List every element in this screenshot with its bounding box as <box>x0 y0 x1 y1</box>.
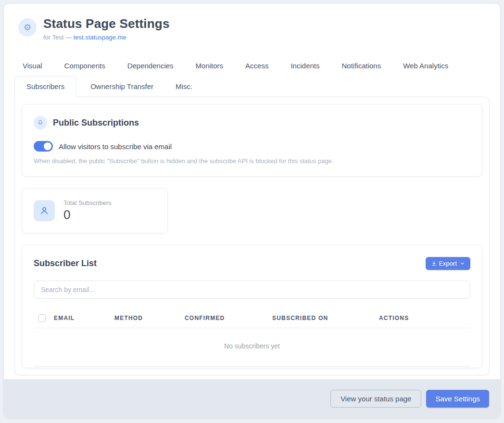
bell-icon <box>34 116 47 129</box>
select-all-cell <box>34 314 54 322</box>
subscriber-list-card: Subscriber List Export <box>22 245 482 368</box>
subscriber-list-header: Subscriber List Export <box>34 257 470 270</box>
tab-ownership-transfer[interactable]: Ownership Transfer <box>82 76 162 97</box>
status-page-settings-window: ⚙ Status Page Settings for Test — test.s… <box>4 4 500 418</box>
subtitle-prefix: for Test — <box>43 34 74 41</box>
person-icon <box>34 200 55 221</box>
tab-visual[interactable]: Visual <box>14 55 50 76</box>
export-button[interactable]: Export <box>426 257 470 270</box>
header-text: Status Page Settings for Test — test.sta… <box>43 16 170 41</box>
subscriber-list-title: Subscriber List <box>34 258 97 269</box>
stat-value: 0 <box>63 207 112 222</box>
search-input[interactable] <box>34 281 470 299</box>
status-page-link[interactable]: test.statuspage.me <box>74 34 126 41</box>
allow-subscribe-toggle[interactable] <box>34 141 53 152</box>
gear-icon: ⚙ <box>18 18 37 37</box>
tab-row-1: Visual Components Dependencies Monitors … <box>14 55 490 76</box>
tab-incidents[interactable]: Incidents <box>282 55 328 76</box>
stat-label: Total Subscribers <box>63 199 112 206</box>
table-header-row: EMAIL METHOD CONFIRMED SUBSCRIBED ON ACT… <box>34 309 470 328</box>
subscribe-toggle-row: Allow visitors to subscribe via email <box>34 141 470 152</box>
main-content: ⚙ Status Page Settings for Test — test.s… <box>4 4 500 379</box>
settings-tabs: Visual Components Dependencies Monitors … <box>14 55 490 375</box>
empty-state-message: No subscribers yet <box>34 328 470 367</box>
column-header-email: EMAIL <box>54 315 114 321</box>
public-subscriptions-title: Public Subscriptions <box>53 118 139 128</box>
tab-row-2: Subscribers Ownership Transfer Misc. <box>14 76 490 97</box>
column-header-subscribed-on: SUBSCRIBED ON <box>272 315 379 321</box>
tab-subscribers[interactable]: Subscribers <box>14 76 76 97</box>
column-header-method: METHOD <box>114 315 185 321</box>
subscribers-table: EMAIL METHOD CONFIRMED SUBSCRIBED ON ACT… <box>34 309 470 367</box>
stat-text: Total Subscribers 0 <box>63 199 112 222</box>
page-header: ⚙ Status Page Settings for Test — test.s… <box>14 16 490 41</box>
page-title: Status Page Settings <box>43 16 170 31</box>
chevron-down-icon <box>460 261 465 266</box>
export-button-label: Export <box>439 260 457 267</box>
view-status-page-button[interactable]: View your status page <box>330 390 421 408</box>
tab-dependencies[interactable]: Dependencies <box>119 55 182 76</box>
column-header-actions: ACTIONS <box>379 315 470 321</box>
page-subtitle: for Test — test.statuspage.me <box>43 34 170 41</box>
toggle-knob <box>44 142 51 150</box>
public-subscriptions-card: Public Subscriptions Allow visitors to s… <box>22 104 482 177</box>
subscribe-helper-text: When disabled, the public "Subscribe" bu… <box>34 157 470 165</box>
total-subscribers-card: Total Subscribers 0 <box>22 188 168 233</box>
column-header-confirmed: CONFIRMED <box>185 315 272 321</box>
tab-misc[interactable]: Misc. <box>167 76 201 97</box>
tab-components[interactable]: Components <box>56 55 113 76</box>
save-settings-button[interactable]: Save Settings <box>426 390 489 408</box>
subscribers-tab-panel: Public Subscriptions Allow visitors to s… <box>14 97 490 375</box>
tab-notifications[interactable]: Notifications <box>334 55 390 76</box>
select-all-checkbox[interactable] <box>38 314 46 322</box>
allow-subscribe-label: Allow visitors to subscribe via email <box>59 142 172 151</box>
footer-action-bar: View your status page Save Settings <box>4 379 500 418</box>
tab-web-analytics[interactable]: Web Analytics <box>395 55 456 76</box>
download-icon <box>431 260 437 267</box>
tab-access[interactable]: Access <box>237 55 277 76</box>
public-subscriptions-header: Public Subscriptions <box>34 116 470 129</box>
tab-monitors[interactable]: Monitors <box>188 55 232 76</box>
